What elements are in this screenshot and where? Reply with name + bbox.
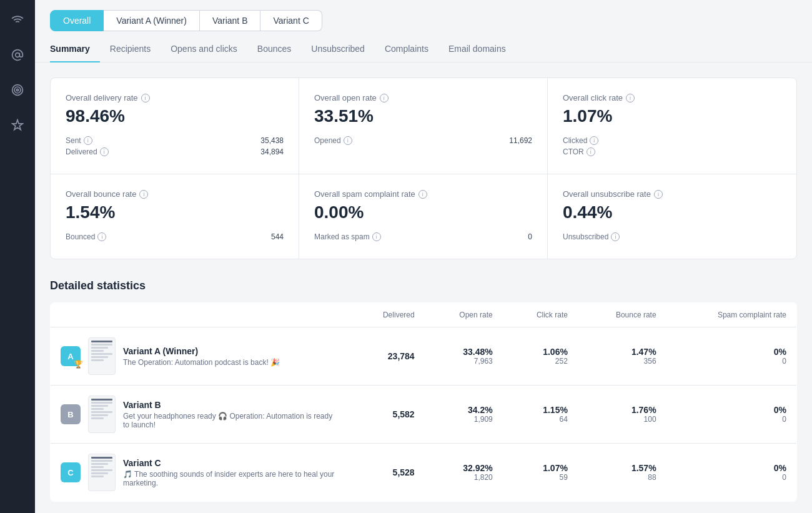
variant-info-cell: C Variant C 🎵 The soothing sounds of ins… [51,444,349,502]
unsub-rate-label: Overall unsubscribe rate [563,189,651,199]
delivered-info[interactable]: i [100,147,109,156]
delivered-cell: 23,784 [349,327,425,386]
badge-wrapper: C [61,462,81,482]
subnav-opens-clicks[interactable]: Opens and clicks [161,36,247,62]
bounce-rate-value: 1.54% [66,202,284,222]
delivered-primary: 23,784 [359,351,415,361]
col-delivered: Delivered [349,303,425,327]
bounce-rate-primary: 1.47% [588,347,656,357]
open-rate-primary: 34.2% [435,405,493,415]
sidebar [0,0,35,513]
open-rate-info[interactable]: i [380,94,389,102]
sparkle-icon[interactable] [7,115,27,135]
detailed-stats-section: Detailed statistics Delivered Open rate … [50,279,797,502]
main-content: Overall Variant A (Winner) Variant B Var… [35,0,812,513]
delivered-label: Delivered [66,147,97,156]
svg-point-0 [16,53,20,57]
subnav-bounces[interactable]: Bounces [247,36,301,62]
detailed-stats-table: Delivered Open rate Click rate Bounce ra… [50,302,797,502]
open-rate-cell: 33.48% 7,963 [425,327,503,386]
delivered-cell: 5,528 [349,444,425,502]
svg-point-2 [14,87,21,93]
spam-rate-primary: 0% [676,405,786,415]
marked-spam-value: 0 [528,232,532,241]
open-rate-cell: 34.2% 1,909 [425,386,503,444]
delivered-cell: 5,582 [349,386,425,444]
click-rate-cell: 1.15% 64 [503,386,578,444]
marked-spam-info[interactable]: i [372,232,381,241]
sub-navigation: Summary Recipients Opens and clicks Boun… [35,36,812,62]
email-icon[interactable] [7,45,27,65]
delivery-rate-info[interactable]: i [141,94,150,102]
spam-rate-primary: 0% [676,463,786,473]
subnav-summary[interactable]: Summary [50,36,100,62]
variant-text: Variant B Get your headphones ready 🎧 Op… [123,400,339,429]
ctor-info[interactable]: i [587,147,595,156]
unsub-rate-value: 0.44% [563,202,781,222]
spam-rate-primary: 0% [676,347,786,357]
subnav-recipients[interactable]: Recipients [100,36,161,62]
delivered-primary: 5,582 [359,409,415,419]
table-row: B Variant B Get your headphones ready 🎧 … [51,386,797,444]
bounce-count: 88 [588,473,656,482]
badge-wrapper: B [61,404,81,424]
variant-text: Variant A (Winner) The Operation: Automa… [123,346,280,367]
delivered-row: Delivered i 34,894 [66,147,284,156]
subnav-email-domains[interactable]: Email domains [438,36,516,62]
open-rate-cell: 32.92% 1,820 [425,444,503,502]
clicked-label: Clicked [563,136,587,145]
delivery-rate-value: 98.46% [66,106,284,126]
target-icon[interactable] [7,80,27,100]
bounced-value: 544 [271,232,284,241]
variant-subject: 🎵 The soothing sounds of insider experts… [123,470,339,487]
variant-name: Variant B [123,400,339,410]
spam-rate-info[interactable]: i [418,190,427,199]
winner-crown-icon: 🏆 [74,360,83,369]
click-rate-primary: 1.15% [513,405,568,415]
col-open-rate: Open rate [425,303,503,327]
click-count: 252 [513,357,568,366]
tab-variant-b[interactable]: Variant B [200,10,261,31]
clicked-info[interactable]: i [590,136,598,145]
click-rate-info[interactable]: i [626,94,635,102]
spam-rate-cell: 0% 0 [666,444,797,502]
bounce-rate-label: Overall bounce rate [66,189,136,199]
variant-thumbnail [88,396,116,433]
spam-rate-cell: 0% 0 [666,386,797,444]
tab-variant-c[interactable]: Variant C [260,10,322,31]
bounced-info[interactable]: i [97,232,106,241]
tab-overall[interactable]: Overall [50,10,104,31]
ctor-row: CTOR i [563,147,781,156]
opened-value: 11,692 [509,136,532,145]
stat-spam-rate: Overall spam complaint rate i 0.00% Mark… [299,174,548,259]
svg-point-3 [16,89,18,91]
variant-badge: C [61,462,81,482]
sent-info[interactable]: i [84,136,92,145]
delivery-rate-label: Overall delivery rate [66,93,138,102]
stat-click-rate: Overall click rate i 1.07% Clicked i CTO… [548,78,796,174]
variant-badge: B [61,404,81,424]
bounce-rate-cell: 1.57% 88 [578,444,666,502]
tab-variant-a[interactable]: Variant A (Winner) [104,10,200,31]
col-spam-rate: Spam complaint rate [666,303,797,327]
subnav-complaints[interactable]: Complaints [375,36,438,62]
bounce-rate-cell: 1.76% 100 [578,386,666,444]
open-count: 1,909 [435,415,493,424]
opened-row: Opened i 11,692 [314,136,532,145]
click-rate-value: 1.07% [563,106,781,126]
unsub-rate-info[interactable]: i [654,190,663,199]
table-row: C Variant C 🎵 The soothing sounds of ins… [51,444,797,502]
stat-unsub-rate: Overall unsubscribe rate i 0.44% Unsubsc… [548,174,796,259]
variant-info-cell: B Variant B Get your headphones ready 🎧 … [51,386,349,444]
open-rate-value: 33.51% [314,106,532,126]
opened-label: Opened [314,136,341,145]
col-variant [51,303,349,327]
opened-info[interactable]: i [344,136,352,145]
open-count: 7,963 [435,357,493,366]
unsubscribed-info[interactable]: i [611,232,620,241]
bounce-rate-info[interactable]: i [139,190,148,199]
variant-tabs: Overall Variant A (Winner) Variant B Var… [35,0,812,31]
subnav-unsubscribed[interactable]: Unsubscribed [301,36,375,62]
open-rate-primary: 33.48% [435,347,493,357]
wifi-icon[interactable] [7,10,27,30]
